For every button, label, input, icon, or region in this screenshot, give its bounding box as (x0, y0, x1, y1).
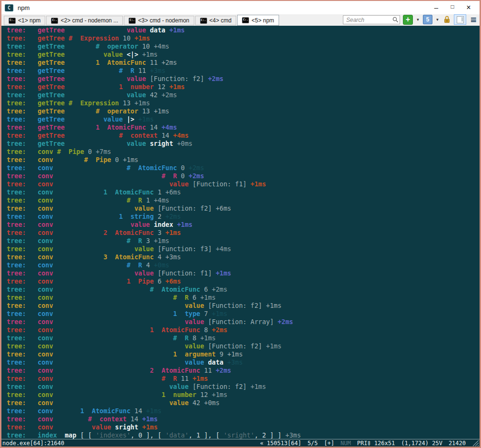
terminal-line: tree: conv # R 0 +2ms (7, 172, 480, 180)
tab-bar: C:.<1> npmC:.<2> cmd - nodemon ...C:.<3>… (1, 14, 480, 26)
terminal-line: tree: getTree value data +1ms (7, 26, 480, 34)
resize-grip-icon[interactable] (471, 440, 479, 447)
console-icon: C:. (129, 18, 136, 24)
terminal-line: tree: conv 1 Pipe 6 +6ms (7, 277, 480, 285)
terminal-line: tree: conv 1 AtomicFunc 8 +2ms (7, 326, 480, 334)
terminal-line: tree: conv 1 string 2 +2ms (7, 213, 480, 221)
terminal-line: tree: getTree value <|> +1ms (7, 51, 480, 59)
terminal-line: tree: conv # R 1 +4ms (7, 196, 480, 204)
terminal-line: tree: conv value sright +1ms (7, 423, 480, 431)
conemu-window: C npm – □ × C:.<1> npmC:.<2> cmd - nodem… (0, 0, 481, 448)
tab-strip: C:.<1> npmC:.<2> cmd - nodemon ...C:.<3>… (4, 15, 279, 26)
terminal-line: tree: conv # AtomicFunc 0 +2ms (7, 164, 480, 172)
terminal-viewport[interactable]: tree: getTree value data +1mstree: getTr… (1, 26, 480, 439)
tab-label: <5> npm (251, 17, 274, 24)
close-button[interactable]: × (461, 3, 477, 12)
menu-icon[interactable]: ≡ (469, 15, 478, 24)
terminal-line: tree: getTree value [Function: f2] +2ms (7, 75, 480, 83)
terminal-line: tree: conv # R 8 +1ms (7, 334, 480, 342)
tab-console-3[interactable]: C:.<3> cmd - nodemon (124, 16, 194, 25)
toolbar: + ▼ 5 ▼ ≡ (343, 14, 478, 25)
active-console-number-button[interactable]: 5 (423, 15, 432, 24)
terminal-line: tree: conv value [Function: f3] +4ms (7, 245, 480, 253)
window-panel-icon (457, 16, 464, 23)
terminal-line: tree: getTree value 42 +2ms (7, 91, 480, 99)
terminal-line: tree: conv # AtomicFunc 6 +2ms (7, 285, 480, 294)
search-icon (392, 16, 399, 25)
terminal-line: tree: conv value [Function: f1] +1ms (7, 269, 480, 277)
terminal-line: tree: getTree 1 number 12 +1ms (7, 83, 480, 91)
status-item: [+] (324, 440, 334, 447)
tab-console-5[interactable]: C:.<5> npm (237, 15, 279, 26)
console-icon: C:. (9, 18, 16, 24)
console-icon: C:. (242, 17, 249, 23)
terminal-line: tree: conv # Pipe 0 +7ms (7, 148, 480, 156)
tab-label: <3> cmd - nodemon (138, 17, 189, 24)
window-controls: – □ × (428, 3, 477, 12)
terminal-line: tree: conv 2 AtomicFunc 11 +2ms (7, 367, 480, 375)
conemu-app-icon: C (5, 4, 13, 11)
status-indicators: « 150513[64]5/5[+]NUMPRI‡ 126x51(1,1724)… (260, 440, 466, 447)
status-process: node.exe[64]:21640 (2, 440, 64, 447)
terminal-line: tree: conv # R 4 +0ms (7, 261, 480, 269)
status-item: « 150513[64] (260, 440, 301, 447)
status-item: 5/5 (308, 440, 318, 447)
terminal-line: tree: conv # R 3 +1ms (7, 237, 480, 245)
terminal-line: tree: conv value [Function: f2] +1ms (7, 302, 480, 310)
search-input[interactable] (343, 15, 400, 24)
terminal-line: tree: conv 1 AtomicFunc 14 +1ms (7, 407, 480, 415)
status-item: (1,1724) 25V (401, 440, 442, 447)
terminal-line: tree: conv value [Function: f2] +1ms (7, 383, 480, 391)
terminal-line: tree: getTree 1 AtomicFunc 14 +4ms (7, 123, 480, 132)
console-list-dropdown-icon[interactable]: ▼ (435, 18, 440, 22)
title-bar: C npm – □ × (1, 1, 480, 14)
terminal-line: tree: conv 1 number 12 +1ms (7, 391, 480, 399)
terminal-line: tree: conv 1 argument 9 +1ms (7, 350, 480, 358)
terminal-line: tree: conv value [Function: f2] +1ms (7, 342, 480, 350)
terminal-line: tree: conv value index +1ms (7, 221, 480, 229)
terminal-line: tree: conv # R 6 +1ms (7, 294, 480, 302)
status-bar: node.exe[64]:21640 « 150513[64]5/5[+]NUM… (1, 439, 480, 447)
tab-label: <2> cmd - nodemon ... (60, 17, 118, 24)
terminal-line: tree: conv value [Function: f2] +6ms (7, 204, 480, 213)
terminal-line: tree: getTree # context 14 +4ms (7, 132, 480, 140)
status-item: NUM (341, 440, 351, 447)
tab-console-1[interactable]: C:.<1> npm (4, 16, 45, 25)
search-box (343, 15, 400, 24)
window-panel-toggle-button[interactable] (454, 14, 466, 25)
maximize-button[interactable]: □ (444, 3, 461, 12)
terminal-line: tree: getTree value sright +0ms (7, 140, 480, 148)
terminal-line: tree: getTree 1 AtomicFunc 11 +2ms (7, 59, 480, 67)
terminal-line: tree: conv 1 type 7 +1ms (7, 310, 480, 318)
terminal-line: tree: getTree value |> +1ms (7, 115, 480, 123)
tab-label: <4> cmd (210, 17, 232, 24)
status-item: 21420 (449, 440, 466, 447)
terminal-line: tree: conv 3 AtomicFunc 4 +3ms (7, 253, 480, 261)
lock-icon[interactable] (442, 15, 451, 24)
terminal-line: tree: getTree # operator 10 +4ms (7, 42, 480, 51)
terminal-line: tree: conv 2 AtomicFunc 3 +1ms (7, 229, 480, 237)
terminal-line: tree: conv value [Function: f1] +1ms (7, 180, 480, 188)
status-item: PRI‡ 126x51 (357, 440, 395, 447)
terminal-line: tree: conv # Pipe 0 +1ms (7, 156, 480, 164)
minimize-button[interactable]: – (428, 3, 444, 12)
window-title: npm (18, 4, 30, 11)
terminal-line: tree: getTree # Expression 13 +1ms (7, 99, 480, 107)
new-console-button[interactable]: + (403, 15, 413, 25)
terminal-line: tree: getTree # operator 13 +1ms (7, 107, 480, 115)
terminal-line: tree: conv value [Function: Array] +2ms (7, 318, 480, 326)
tab-console-4[interactable]: C:.<4> cmd (195, 16, 237, 25)
terminal-line: tree: conv value data +3ms (7, 358, 480, 367)
terminal-line: tree: getTree # R 11 +3ms (7, 67, 480, 75)
terminal-line: tree: conv # context 14 +1ms (7, 415, 480, 423)
tab-console-2[interactable]: C:.<2> cmd - nodemon ... (46, 16, 123, 25)
terminal-line: tree: conv # R 11 +1ms (7, 375, 480, 383)
tab-label: <1> npm (18, 17, 40, 24)
console-icon: C:. (51, 18, 58, 24)
new-console-dropdown-icon[interactable]: ▼ (416, 18, 420, 22)
terminal-line: tree: conv value 42 +0ms (7, 399, 480, 407)
terminal-line: tree: conv 1 AtomicFunc 1 +6ms (7, 188, 480, 196)
terminal-line: tree: getTree # Expression 10 +1ms (7, 34, 480, 42)
terminal-line: tree: index map [ [ 'indexes', 0 ], [ 'd… (7, 431, 480, 439)
console-icon: C:. (200, 18, 207, 24)
